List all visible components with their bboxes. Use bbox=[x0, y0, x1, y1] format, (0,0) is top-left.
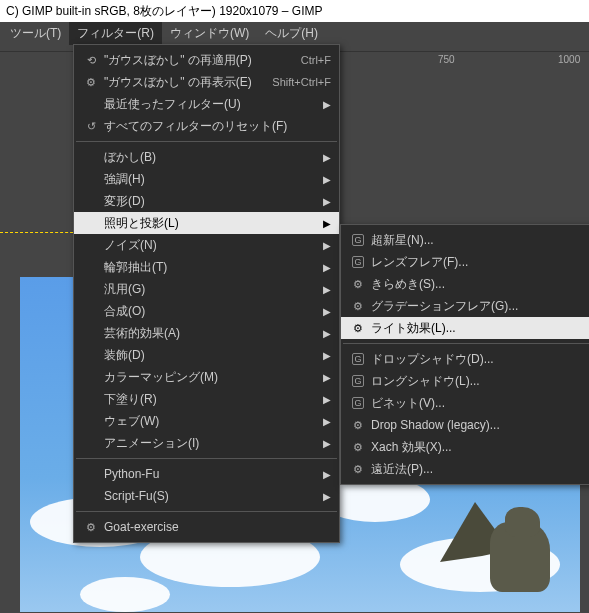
filters-animation[interactable]: アニメーション(I)▶ bbox=[74, 432, 339, 454]
filters-decor[interactable]: 装飾(D)▶ bbox=[74, 344, 339, 366]
gear-icon: ⚙ bbox=[349, 441, 367, 454]
drop-shadow-legacy[interactable]: ⚙Drop Shadow (legacy)... bbox=[341, 414, 589, 436]
filters-reset-all[interactable]: ↺ すべてのフィルターのリセット(F) bbox=[74, 115, 339, 137]
separator bbox=[76, 458, 337, 459]
gradient-flare[interactable]: ⚙グラデーションフレア(G)... bbox=[341, 295, 589, 317]
chevron-right-icon: ▶ bbox=[319, 469, 331, 480]
filters-menu: ⟲ "ガウスぼかし" の再適用(P) Ctrl+F ⚙ "ガウスぼかし" の再表… bbox=[73, 44, 340, 543]
filters-artistic[interactable]: 芸術的効果(A)▶ bbox=[74, 322, 339, 344]
menu-label: すべてのフィルターのリセット(F) bbox=[100, 118, 331, 135]
filters-light-shadow[interactable]: 照明と投影(L)▶ bbox=[74, 212, 339, 234]
filters-noise[interactable]: ノイズ(N)▶ bbox=[74, 234, 339, 256]
vignette[interactable]: Gビネット(V)... bbox=[341, 392, 589, 414]
menu-filters[interactable]: フィルター(R) bbox=[69, 22, 162, 45]
filters-reshow[interactable]: ⚙ "ガウスぼかし" の再表示(E) Shift+Ctrl+F bbox=[74, 71, 339, 93]
titlebar: C) GIMP built-in sRGB, 8枚のレイヤー) 1920x107… bbox=[0, 0, 589, 22]
gear-icon: ⚙ bbox=[349, 278, 367, 291]
gegl-icon: G bbox=[349, 353, 367, 365]
chevron-right-icon: ▶ bbox=[319, 99, 331, 110]
chevron-right-icon: ▶ bbox=[319, 196, 331, 207]
chevron-right-icon: ▶ bbox=[319, 152, 331, 163]
filters-reapply[interactable]: ⟲ "ガウスぼかし" の再適用(P) Ctrl+F bbox=[74, 49, 339, 71]
shortcut: Shift+Ctrl+F bbox=[260, 76, 331, 88]
ruler-tick: 750 bbox=[438, 54, 455, 65]
chevron-right-icon: ▶ bbox=[319, 372, 331, 383]
light-shadow-menu: G超新星(N)... Gレンズフレア(F)... ⚙きらめき(S)... ⚙グラ… bbox=[340, 224, 589, 485]
chevron-right-icon: ▶ bbox=[319, 438, 331, 449]
long-shadow[interactable]: Gロングシャドウ(L)... bbox=[341, 370, 589, 392]
filters-web[interactable]: ウェブ(W)▶ bbox=[74, 410, 339, 432]
drop-shadow[interactable]: Gドロップシャドウ(D)... bbox=[341, 348, 589, 370]
filters-goat-exercise[interactable]: ⚙ Goat-exercise bbox=[74, 516, 339, 538]
chevron-right-icon: ▶ bbox=[319, 416, 331, 427]
menubar: ツール(T) フィルター(R) ウィンドウ(W) ヘルプ(H) bbox=[0, 22, 589, 44]
gegl-icon: G bbox=[349, 397, 367, 409]
filters-render[interactable]: 下塗り(R)▶ bbox=[74, 388, 339, 410]
xach-effect[interactable]: ⚙Xach 効果(X)... bbox=[341, 436, 589, 458]
filters-map[interactable]: カラーマッピング(M)▶ bbox=[74, 366, 339, 388]
filters-script-fu[interactable]: Script-Fu(S)▶ bbox=[74, 485, 339, 507]
gear-icon: ⚙ bbox=[349, 300, 367, 313]
filters-blur[interactable]: ぼかし(B)▶ bbox=[74, 146, 339, 168]
gegl-icon: G bbox=[349, 234, 367, 246]
menu-label: "ガウスぼかし" の再表示(E) bbox=[100, 74, 260, 91]
menu-windows[interactable]: ウィンドウ(W) bbox=[162, 22, 257, 45]
menu-label: 最近使ったフィルター(U) bbox=[100, 96, 319, 113]
filters-edge[interactable]: 輪郭抽出(T)▶ bbox=[74, 256, 339, 278]
window-title: C) GIMP built-in sRGB, 8枚のレイヤー) 1920x107… bbox=[6, 3, 323, 20]
filters-combine[interactable]: 合成(O)▶ bbox=[74, 300, 339, 322]
chevron-right-icon: ▶ bbox=[319, 218, 331, 229]
redo-icon: ⟲ bbox=[82, 54, 100, 67]
chevron-right-icon: ▶ bbox=[319, 328, 331, 339]
chevron-right-icon: ▶ bbox=[319, 350, 331, 361]
reset-icon: ↺ bbox=[82, 120, 100, 133]
gear-icon: ⚙ bbox=[82, 521, 100, 534]
gear-icon: ⚙ bbox=[349, 322, 367, 335]
filters-distort[interactable]: 変形(D)▶ bbox=[74, 190, 339, 212]
shortcut: Ctrl+F bbox=[289, 54, 331, 66]
lighting-effects[interactable]: ⚙ライト効果(L)... bbox=[341, 317, 589, 339]
gegl-icon: G bbox=[349, 256, 367, 268]
filters-python-fu[interactable]: Python-Fu▶ bbox=[74, 463, 339, 485]
menu-label: "ガウスぼかし" の再適用(P) bbox=[100, 52, 289, 69]
chevron-right-icon: ▶ bbox=[319, 262, 331, 273]
lens-flare[interactable]: Gレンズフレア(F)... bbox=[341, 251, 589, 273]
chevron-right-icon: ▶ bbox=[319, 240, 331, 251]
ruler-tick: 1000 bbox=[558, 54, 580, 65]
supernova[interactable]: G超新星(N)... bbox=[341, 229, 589, 251]
separator bbox=[343, 343, 589, 344]
sparkle[interactable]: ⚙きらめき(S)... bbox=[341, 273, 589, 295]
filters-enhance[interactable]: 強調(H)▶ bbox=[74, 168, 339, 190]
gear-icon: ⚙ bbox=[349, 419, 367, 432]
gear-icon: ⚙ bbox=[349, 463, 367, 476]
dragon-image bbox=[450, 482, 570, 602]
filters-generic[interactable]: 汎用(G)▶ bbox=[74, 278, 339, 300]
separator bbox=[76, 141, 337, 142]
chevron-right-icon: ▶ bbox=[319, 174, 331, 185]
gear-icon: ⚙ bbox=[82, 76, 100, 89]
gegl-icon: G bbox=[349, 375, 367, 387]
separator bbox=[76, 511, 337, 512]
menu-tools[interactable]: ツール(T) bbox=[2, 22, 69, 45]
menu-help[interactable]: ヘルプ(H) bbox=[257, 22, 326, 45]
chevron-right-icon: ▶ bbox=[319, 306, 331, 317]
filters-recent[interactable]: 最近使ったフィルター(U) ▶ bbox=[74, 93, 339, 115]
chevron-right-icon: ▶ bbox=[319, 284, 331, 295]
perspective[interactable]: ⚙遠近法(P)... bbox=[341, 458, 589, 480]
chevron-right-icon: ▶ bbox=[319, 394, 331, 405]
chevron-right-icon: ▶ bbox=[319, 491, 331, 502]
